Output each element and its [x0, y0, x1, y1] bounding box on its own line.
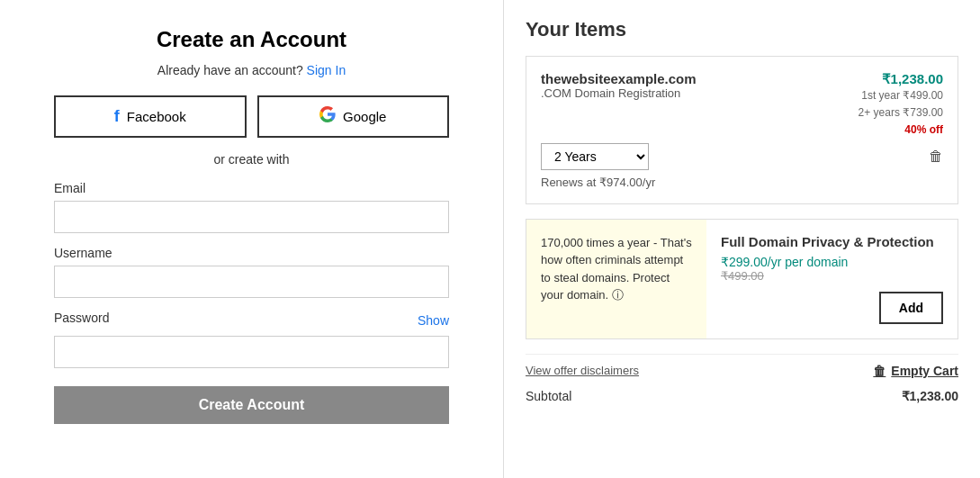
create-account-panel: Create an Account Already have an accoun… [0, 0, 504, 478]
add-privacy-button[interactable]: Add [879, 292, 943, 324]
subtotal-price: ₹1,238.00 [902, 389, 959, 403]
privacy-orig-price: ₹499.00 [721, 269, 943, 283]
facebook-button[interactable]: f Facebook [54, 95, 247, 138]
privacy-details: Full Domain Privacy & Protection ₹299.00… [706, 220, 958, 338]
empty-cart-label: Empty Cart [891, 364, 958, 378]
create-account-button[interactable]: Create Account [54, 386, 449, 424]
cart-trash-icon: 🗑 [873, 364, 886, 378]
discount-badge: 40% off [859, 122, 943, 139]
username-group: Username [54, 246, 449, 298]
privacy-price: ₹299.00/yr per domain [721, 255, 848, 269]
view-disclaimers-link[interactable]: View offer disclaimers [526, 364, 639, 377]
facebook-icon: f [114, 107, 120, 126]
password-group: Password Show [54, 311, 449, 368]
delete-item-icon[interactable]: 🗑 [929, 149, 943, 165]
username-input[interactable] [54, 266, 449, 298]
domain-subtitle: .COM Domain Registration [541, 86, 697, 100]
price-details: 1st year ₹499.00 2+ years ₹739.00 40% of… [859, 87, 943, 140]
privacy-promo-text: 170,000 times a year - That's how often … [526, 220, 706, 338]
google-icon [319, 106, 336, 127]
domain-name: thewebsiteexample.com [541, 71, 697, 86]
username-label: Username [54, 246, 449, 260]
domain-item-card: thewebsiteexample.com .COM Domain Regist… [526, 56, 958, 204]
password-header: Password Show [54, 311, 449, 330]
privacy-card: 170,000 times a year - That's how often … [526, 219, 958, 339]
email-group: Email [54, 181, 449, 233]
already-have-account-text: Already have an account? Sign In [157, 63, 346, 77]
privacy-info: Full Domain Privacy & Protection ₹299.00… [721, 234, 943, 283]
info-icon: ⓘ [612, 288, 624, 302]
price-2plus: 2+ years ₹739.00 [859, 104, 943, 122]
year-select[interactable]: 2 Years 1 Year 3 Years [541, 143, 649, 170]
facebook-label: Facebook [127, 109, 186, 124]
or-create-text: or create with [213, 152, 289, 167]
renews-text: Renews at ₹974.00/yr [541, 176, 943, 189]
privacy-title: Full Domain Privacy & Protection [721, 234, 943, 249]
price-1st-year: 1st year ₹499.00 [859, 87, 943, 104]
page-title: Create an Account [157, 27, 346, 52]
subtotal-row: Subtotal ₹1,238.00 [526, 389, 958, 403]
password-input[interactable] [54, 336, 449, 368]
cart-panel: Your Items thewebsiteexample.com .COM Do… [504, 0, 980, 478]
year-select-row: 2 Years 1 Year 3 Years 🗑 [541, 143, 943, 170]
google-button[interactable]: Google [257, 95, 450, 138]
cart-title: Your Items [526, 18, 958, 41]
email-label: Email [54, 181, 449, 195]
price-info: ₹1,238.00 1st year ₹499.00 2+ years ₹739… [859, 71, 943, 140]
item-price: ₹1,238.00 [859, 71, 943, 87]
email-input[interactable] [54, 201, 449, 233]
footer-row: View offer disclaimers 🗑 Empty Cart [526, 354, 958, 378]
privacy-pricing: ₹299.00/yr per domain [721, 255, 943, 269]
sign-in-link[interactable]: Sign In [307, 63, 346, 77]
subtotal-label: Subtotal [526, 389, 571, 403]
empty-cart-button[interactable]: 🗑 Empty Cart [873, 364, 958, 378]
domain-info: thewebsiteexample.com .COM Domain Regist… [541, 71, 697, 109]
show-password-link[interactable]: Show [418, 313, 449, 328]
item-top-row: thewebsiteexample.com .COM Domain Regist… [541, 71, 943, 140]
google-label: Google [343, 109, 386, 124]
password-label: Password [54, 311, 109, 325]
social-buttons-container: f Facebook Google [54, 95, 449, 138]
